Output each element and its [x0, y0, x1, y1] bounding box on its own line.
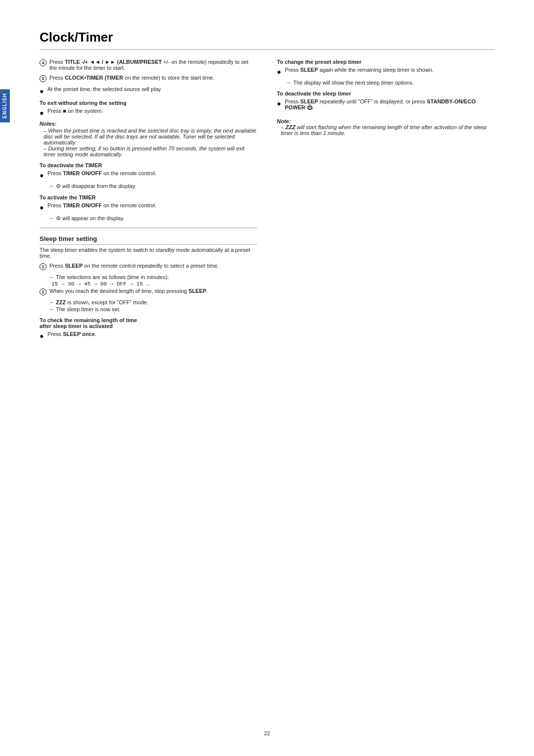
deactivate-sleep-heading: To deactivate the sleep timer	[277, 91, 494, 96]
note-zzz: – ZZZ will start flashing when the remai…	[281, 124, 494, 136]
note-label: Note:	[277, 118, 494, 124]
content-area: 4 Press TITLE -/+ ◄◄ / ►► (ALBUM/PRESET …	[40, 59, 494, 344]
activate-timer-heading: To activate the TIMER	[40, 194, 257, 200]
preset-time-step: ● At the preset time, the selected sourc…	[40, 86, 257, 95]
check-remaining-text: Press SLEEP once.	[47, 331, 96, 337]
step-5: 5 Press CLOCK•TIMER (TIMER on the remote…	[40, 75, 257, 82]
step-num-5: 5	[40, 75, 46, 82]
step-num-4: 4	[40, 59, 46, 66]
page-number: 22	[264, 730, 270, 736]
change-preset-step: ● Press SLEEP again while the remaining …	[277, 67, 494, 76]
notes-label: Notes:	[40, 121, 257, 127]
deactivate-timer-heading: To deactivate the TIMER	[40, 162, 257, 168]
activate-timer-text: Press TIMER ON/OFF on the remote control…	[47, 202, 156, 208]
right-column: To change the preset sleep timer ● Press…	[277, 59, 494, 344]
step-5-text: Press CLOCK•TIMER (TIMER on the remote) …	[49, 75, 214, 81]
sleep-step-1: 1 Press SLEEP on the remote control repe…	[40, 263, 257, 270]
preset-time-text: At the preset time, the selected source …	[47, 86, 162, 92]
check-remaining-heading: To check the remaining length of timeaft…	[40, 317, 257, 329]
activate-timer-step: ● Press TIMER ON/OFF on the remote contr…	[40, 202, 257, 211]
deactivate-timer-step: ● Press TIMER ON/OFF on the remote contr…	[40, 170, 257, 179]
sleep-intro: The sleep timer enables the system to sw…	[40, 247, 257, 259]
page: English Clock/Timer 4 Press TITLE -/+ ◄◄…	[0, 0, 534, 756]
change-preset-arrow: →The display will show the next sleep ti…	[286, 80, 494, 86]
sleep-step-num-2: 2	[40, 288, 46, 295]
deactivate-sleep-step: ● Press SLEEP repeatedly until "OFF" is …	[277, 98, 494, 110]
section-divider	[40, 228, 257, 228]
step-4: 4 Press TITLE -/+ ◄◄ / ►► (ALBUM/PRESET …	[40, 59, 257, 71]
bullet-deactivate-timer: ●	[40, 171, 44, 179]
bullet-check: ●	[40, 332, 44, 340]
exit-text: Press ■ on the system.	[47, 108, 103, 114]
language-tab: English	[0, 89, 10, 122]
exit-step: ● Press ■ on the system.	[40, 108, 257, 117]
deactivate-timer-text: Press TIMER ON/OFF on the remote control…	[47, 170, 156, 176]
sleep-step-1-text: Press SLEEP on the remote control repeat…	[49, 263, 219, 269]
left-column: 4 Press TITLE -/+ ◄◄ / ►► (ALBUM/PRESET …	[40, 59, 257, 344]
sleep-sequence: 15 → 30 → 45 → 60 → OFF → 15 …	[51, 281, 257, 287]
check-remaining-step: ● Press SLEEP once.	[40, 331, 257, 340]
deactivate-sleep-text: Press SLEEP repeatedly until "OFF" is di…	[285, 98, 494, 110]
sleep-step-2-text: When you reach the desired length of tim…	[49, 288, 208, 294]
change-preset-heading: To change the preset sleep timer	[277, 59, 494, 65]
step-4-text: Press TITLE -/+ ◄◄ / ►► (ALBUM/PRESET +/…	[49, 59, 257, 71]
bullet-exit: ●	[40, 109, 44, 117]
exit-heading: To exit without storing the setting	[40, 100, 257, 106]
bullet-preset: ●	[40, 87, 44, 95]
sleep-section-title: Sleep timer setting	[40, 235, 257, 245]
note-1: – When the preset time is reached and th…	[44, 128, 257, 145]
sleep-step-num-1: 1	[40, 263, 46, 270]
bullet-activate-timer: ●	[40, 203, 44, 211]
note-2: – During timer setting, if no button is …	[44, 145, 257, 157]
sleep-step-2-arrow1: →ZZZ is shown, except for "OFF" mode.	[48, 299, 257, 305]
page-title: Clock/Timer	[40, 30, 494, 50]
bullet-change-preset: ●	[277, 68, 282, 76]
sleep-step-1-arrow: →The selections are as follows (time in …	[48, 274, 257, 280]
activate-timer-arrow: →⚙ will appear on the display.	[48, 215, 257, 222]
bullet-deactivate-sleep: ●	[277, 99, 282, 107]
change-preset-text: Press SLEEP again while the remaining sl…	[285, 67, 434, 73]
sleep-step-2-arrow2: →The sleep timer is now set.	[48, 306, 257, 312]
deactivate-timer-arrow: →⚙ will disappear from the display.	[48, 183, 257, 189]
sleep-step-2: 2 When you reach the desired length of t…	[40, 288, 257, 295]
